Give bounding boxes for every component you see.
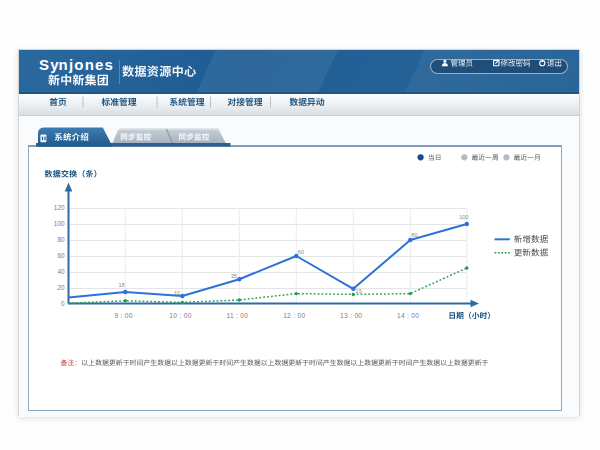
svg-text:10 : 00: 10 : 00 (169, 312, 191, 319)
svg-text:13 : 00: 13 : 00 (340, 312, 362, 319)
svg-text:40: 40 (57, 268, 65, 275)
svg-text:15: 15 (356, 288, 362, 294)
svg-text:60: 60 (298, 249, 304, 255)
svg-text:0: 0 (61, 300, 65, 307)
svg-text:9 : 00: 9 : 00 (114, 312, 132, 319)
svg-text:11 : 00: 11 : 00 (227, 312, 249, 319)
svg-text:20: 20 (57, 284, 65, 291)
svg-text:35: 35 (231, 273, 237, 279)
svg-text:60: 60 (57, 252, 65, 259)
svg-text:100: 100 (459, 214, 468, 220)
svg-text:100: 100 (54, 220, 65, 227)
svg-text:80: 80 (57, 236, 65, 243)
svg-text:12 : 00: 12 : 00 (283, 312, 305, 319)
svg-text:18: 18 (118, 282, 124, 288)
svg-text:120: 120 (54, 204, 65, 211)
svg-text:14 : 00: 14 : 00 (397, 312, 419, 319)
svg-text:80: 80 (411, 232, 417, 238)
svg-text:10: 10 (174, 290, 180, 296)
